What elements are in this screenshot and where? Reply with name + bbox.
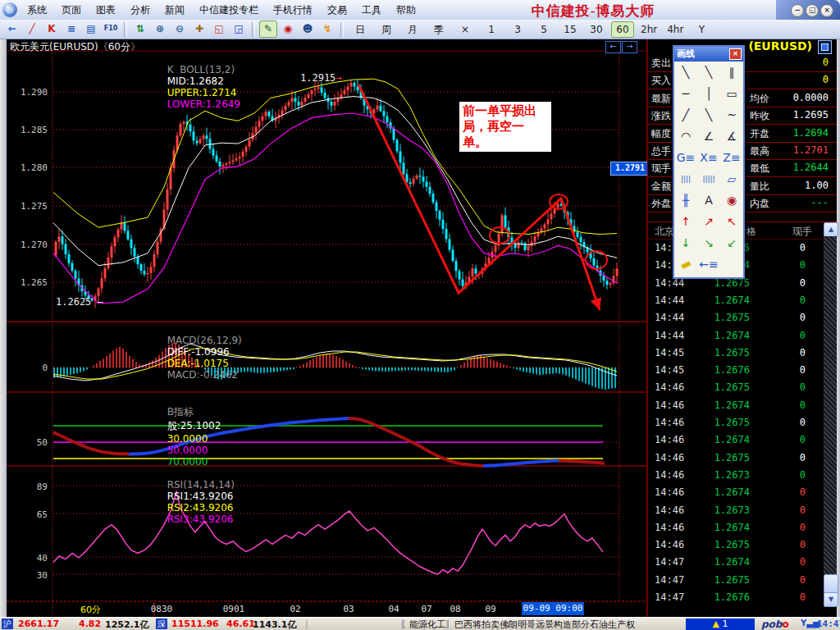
minimize-button[interactable]: − — [791, 4, 804, 17]
period-button-×[interactable]: × — [454, 21, 477, 38]
quote-list-icon[interactable]: ≡ — [62, 21, 80, 38]
period-button-5[interactable]: 5 — [532, 21, 555, 38]
menu-item-手机行情[interactable]: 手机行情 — [266, 0, 320, 17]
wave-line-tool[interactable]: ~ — [720, 104, 743, 126]
refresh-icon[interactable]: ⇅ — [131, 21, 149, 38]
segment-tool[interactable]: ╱ — [674, 104, 697, 126]
menu-item-系统[interactable]: 系统 — [20, 0, 54, 17]
eraser-tool[interactable]: ▬ — [671, 249, 701, 278]
clock: 14:47 — [817, 619, 840, 629]
menu-item-交易[interactable]: 交易 — [320, 0, 354, 17]
scroll-right-button[interactable]: → — [622, 41, 637, 53]
period-button-Y[interactable]: Y — [690, 21, 713, 38]
period-button-3[interactable]: 3 — [506, 21, 529, 38]
golden-horizontal-tool[interactable]: G≡ — [674, 147, 697, 168]
scroll-down-button[interactable]: ▼ — [824, 592, 838, 607]
menu-item-工具[interactable]: 工具 — [354, 0, 389, 17]
vertical-grid-tool[interactable]: |||| — [674, 168, 697, 189]
report-icon[interactable]: ▤ — [82, 21, 100, 38]
tick-vol: 0 — [800, 242, 806, 253]
golden-extension-tool[interactable]: Z≡ — [720, 147, 743, 168]
channel-tool[interactable]: ▱ — [720, 168, 743, 189]
arrow-up-tool[interactable]: ↑ — [674, 211, 697, 232]
kline-icon[interactable]: K — [43, 21, 61, 38]
period-button-周[interactable]: 周 — [375, 21, 398, 38]
period-button-60[interactable]: 60 — [611, 21, 634, 38]
horizontal-line-tool[interactable]: ─ — [674, 83, 697, 104]
alarm-icon[interactable]: ◉ — [279, 21, 297, 38]
period-button-30[interactable]: 30 — [585, 21, 608, 38]
draw-palette-titlebar[interactable]: 画线 × — [674, 47, 743, 62]
quote-sublabel-开盘: 开盘 — [750, 127, 769, 141]
trend-line-tool[interactable]: ╲ — [674, 62, 697, 83]
tick-time: 14:45 — [655, 364, 684, 376]
scrollbar-track[interactable] — [824, 236, 837, 591]
tick-price: 1.2673 — [714, 469, 750, 481]
b-level30: 30.0000 — [167, 433, 208, 445]
arrow-up-left-tool[interactable]: ↖ — [720, 211, 743, 232]
palette-close-icon[interactable]: × — [729, 48, 742, 60]
alert-badge[interactable]: ▲ 1 — [686, 619, 755, 630]
tick-vol: 0 — [800, 347, 806, 358]
tick-price: 1.2674 — [714, 330, 750, 341]
fan-tool[interactable]: ∡ — [720, 126, 743, 147]
menu-item-图表[interactable]: 图表 — [89, 0, 123, 17]
menu-item-中信建投专栏[interactable]: 中信建投专栏 — [192, 0, 266, 17]
flash-icon[interactable]: ↯ — [318, 21, 336, 38]
period-button-4hr[interactable]: 4hr — [664, 21, 687, 38]
users-icon[interactable]: ☻ — [299, 21, 317, 38]
arrow-down-tool[interactable]: ↓ — [674, 232, 697, 253]
period-button-15[interactable]: 15 — [559, 21, 582, 38]
bar-measure-tool[interactable]: ╫ — [674, 189, 697, 211]
quote-sublabel-内盘: 内盘 — [750, 197, 769, 211]
f10-icon[interactable]: F10 — [102, 21, 120, 38]
zoom-out-icon[interactable]: ⊖ — [171, 21, 189, 38]
rectangle-tool[interactable]: ▭ — [720, 83, 743, 104]
draw-line-icon[interactable]: ✎ — [259, 21, 277, 38]
next-window-icon[interactable]: ◲ — [230, 21, 248, 38]
arrow-down-right-tool[interactable]: ↘ — [697, 232, 720, 253]
period-button-1[interactable]: 1 — [480, 21, 503, 38]
cycle-circle-tool[interactable]: ◉ — [720, 189, 743, 211]
period-button-月[interactable]: 月 — [401, 21, 424, 38]
period-button-2hr[interactable]: 2hr — [637, 21, 660, 38]
golden-vertical-tool[interactable]: X≡ — [697, 147, 720, 168]
undo-draw-tool[interactable]: ←≡ — [697, 253, 720, 275]
close-button[interactable]: × — [820, 4, 833, 17]
tick-time: 14:46 — [655, 486, 684, 498]
scroll-left-button[interactable]: ← — [605, 41, 621, 53]
restore-button[interactable]: ◱ — [806, 4, 819, 17]
cycle-line-tool[interactable]: ||||| — [697, 168, 720, 189]
menu-item-页面[interactable]: 页面 — [54, 0, 89, 17]
ray-line-tool[interactable]: ╲ — [697, 62, 720, 83]
menu-item-帮助[interactable]: 帮助 — [389, 0, 423, 17]
parallel-line-tool[interactable]: ∥ — [720, 62, 743, 83]
zoom-in-icon[interactable]: ⊕ — [151, 21, 169, 38]
b-mid-label: 50 — [7, 437, 48, 448]
menu-item-分析[interactable]: 分析 — [123, 0, 158, 17]
menu-item-新闻[interactable]: 新闻 — [158, 0, 192, 17]
angle-tool[interactable]: ∠ — [697, 126, 720, 147]
tick-vol: 0 — [800, 591, 806, 603]
tick-vol: 0 — [800, 504, 806, 516]
arc-tool[interactable]: ◠ — [674, 126, 697, 147]
quote-label-金额: 金额 — [651, 180, 671, 194]
line-chart-icon[interactable]: ╱ — [23, 21, 41, 38]
scroll-up-button[interactable]: ▲ — [824, 222, 838, 237]
arrow-down-left-tool[interactable]: ↙ — [720, 232, 743, 253]
vertical-line-tool[interactable]: │ — [697, 83, 720, 104]
panel-mode-button[interactable] — [818, 40, 832, 54]
price-line-tool[interactable]: ╲ — [697, 104, 720, 126]
quote-value-昨收: 1.2695 — [793, 109, 829, 121]
arrow-up-right-tool[interactable]: ↗ — [697, 211, 720, 232]
period-button-季[interactable]: 季 — [427, 21, 450, 38]
period-button-日[interactable]: 日 — [349, 21, 372, 38]
drag-hand-icon[interactable]: ✚ — [190, 21, 208, 38]
quote-label-总手: 总手 — [651, 144, 671, 158]
scrollbar-thumb[interactable] — [824, 574, 838, 594]
text-tool[interactable]: A — [697, 189, 720, 211]
prev-window-icon[interactable]: ◱ — [210, 21, 228, 38]
news-ticker[interactable]: 〖能源化工〗巴西将拍卖佛朗明哥远景构造部分石油生产权 — [400, 619, 635, 630]
tick-row: 14:441.26740 — [648, 292, 824, 309]
back-icon[interactable]: ← — [3, 21, 21, 38]
